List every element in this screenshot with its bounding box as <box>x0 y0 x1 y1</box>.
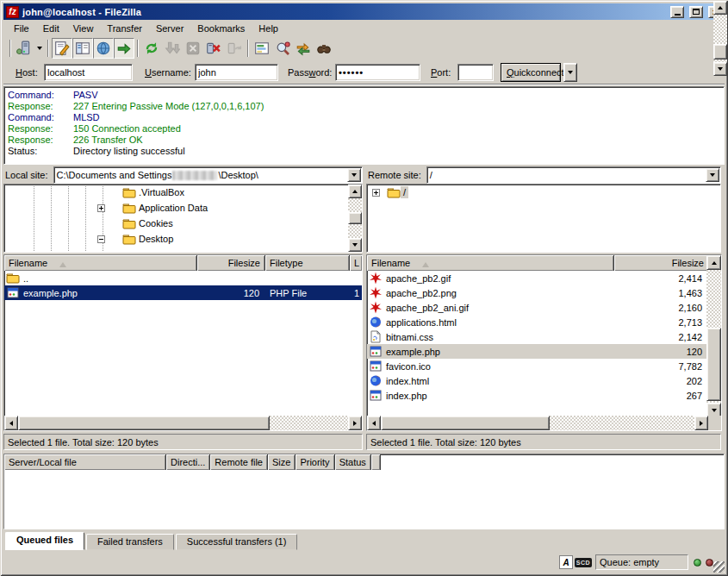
toggle-remote-tree-button[interactable] <box>93 38 114 59</box>
directory-listing-filters-button[interactable] <box>252 38 272 59</box>
menu-item[interactable]: File <box>7 21 36 36</box>
tree-item[interactable]: / <box>367 185 720 200</box>
toolbar-separator <box>9 40 11 57</box>
tree-expander[interactable] <box>97 235 105 243</box>
file-name: bitnami.css <box>386 332 433 342</box>
menu-item[interactable]: Help <box>252 21 285 36</box>
toggle-local-tree-button[interactable] <box>72 38 93 59</box>
process-queue-button[interactable] <box>162 38 183 59</box>
scroll-down-button[interactable] <box>348 238 362 252</box>
menu-item[interactable]: Transfer <box>100 21 149 36</box>
maximize-button[interactable] <box>689 6 703 18</box>
site-manager-dropdown-button[interactable] <box>34 39 45 58</box>
local-tree-scrollbar[interactable] <box>348 185 362 252</box>
file-row[interactable]: example.php 120 PHP File 1 <box>4 285 362 300</box>
tree-expander[interactable] <box>97 204 105 212</box>
scroll-down-button[interactable] <box>713 62 727 76</box>
remote-site-dropdown-button[interactable] <box>706 168 719 182</box>
column-header-filesize[interactable]: Filesize <box>197 255 265 271</box>
file-row[interactable]: applications.html 2,713 <box>367 315 708 329</box>
remote-directory-tree: / <box>366 184 721 253</box>
quickconnect-button[interactable]: Quickconnect <box>501 63 561 82</box>
host-input[interactable] <box>44 64 133 81</box>
scroll-thumb[interactable] <box>713 44 727 59</box>
column-header-filetype[interactable]: Filetype <box>265 255 350 271</box>
port-input[interactable] <box>457 64 494 81</box>
password-input[interactable] <box>335 64 420 81</box>
local-site-combo[interactable]: C:\Documents and Settings\Desktop\ <box>53 166 363 184</box>
toggle-message-log-button[interactable] <box>52 38 72 59</box>
column-header-filesize[interactable]: Filesize <box>614 255 708 271</box>
resize-grip[interactable] <box>713 561 725 573</box>
file-row[interactable]: .. <box>4 271 362 285</box>
minimize-button[interactable] <box>670 6 684 18</box>
file-size: 7,782 <box>614 361 708 372</box>
file-row[interactable]: example.php 120 <box>367 344 708 359</box>
reconnect-button[interactable] <box>224 38 245 59</box>
column-header-filename[interactable]: Filename <box>367 255 614 271</box>
scroll-up-button[interactable] <box>713 1 727 15</box>
column-header-filename[interactable]: Filename <box>4 255 197 271</box>
scroll-thumb[interactable] <box>381 416 550 430</box>
toggle-transfer-queue-button[interactable] <box>114 38 134 59</box>
queue-tab[interactable]: Failed transfers <box>86 534 174 550</box>
queue-tab[interactable]: Queued files <box>5 532 84 550</box>
file-row[interactable]: index.html 202 <box>367 373 708 388</box>
quickconnect-dropdown-button[interactable] <box>563 63 577 82</box>
tree-expander[interactable] <box>372 189 380 197</box>
file-row[interactable]: apache_pb2_ani.gif 2,160 <box>367 300 708 315</box>
local-list-hscrollbar[interactable] <box>4 416 362 430</box>
synchronized-browsing-button[interactable] <box>293 38 314 59</box>
local-site-dropdown-button[interactable] <box>347 168 361 182</box>
speed-limits-icon[interactable]: SCD <box>575 558 592 567</box>
log-line-text: Directory listing successful <box>73 146 185 157</box>
tree-item[interactable]: Desktop <box>4 231 362 247</box>
queue-column-header[interactable]: Directi... <box>166 454 210 470</box>
queue-column-header[interactable]: Size <box>268 454 296 470</box>
menu-item[interactable]: View <box>66 21 101 36</box>
queue-column-header[interactable]: Priority <box>296 454 334 470</box>
site-manager-button[interactable] <box>14 38 34 59</box>
directory-comparison-button[interactable] <box>272 38 293 59</box>
refresh-button[interactable] <box>141 38 162 59</box>
tree-item[interactable]: Cookies <box>4 216 362 231</box>
file-row[interactable]: bitnami.css 2,142 <box>367 329 708 344</box>
scroll-thumb[interactable] <box>706 328 721 401</box>
log-line-type: Response: <box>8 101 73 112</box>
scroll-left-button[interactable] <box>4 416 18 430</box>
tree-item-label: Desktop <box>136 233 176 245</box>
remote-list-vscrollbar[interactable] <box>706 255 721 417</box>
queue-column-header[interactable]: Server/Local file <box>4 454 166 470</box>
scroll-up-button[interactable] <box>348 185 362 198</box>
queue-column-header[interactable] <box>371 454 381 470</box>
file-row[interactable]: apache_pb2.png 1,463 <box>367 285 708 300</box>
menu-item[interactable]: Bookmarks <box>190 21 252 36</box>
username-input[interactable] <box>195 64 278 81</box>
tree-item[interactable]: Application Data <box>4 200 362 216</box>
remote-site-combo[interactable]: / <box>426 166 721 184</box>
queue-column-header[interactable]: Remote file <box>210 454 268 470</box>
remote-list-hscrollbar[interactable] <box>367 416 708 430</box>
queue-column-header[interactable]: Status <box>335 454 371 470</box>
file-row[interactable]: favicon.ico 7,782 <box>367 359 708 373</box>
tree-item[interactable]: .VirtualBox <box>4 185 362 200</box>
scroll-left-button[interactable] <box>367 416 381 430</box>
cancel-operation-button[interactable] <box>183 38 203 59</box>
menu-item[interactable]: Server <box>149 21 190 36</box>
queue-tab[interactable]: Successful transfers (1) <box>176 534 298 550</box>
file-icon <box>369 345 383 358</box>
find-files-button[interactable] <box>314 38 334 59</box>
scroll-right-button[interactable] <box>348 416 362 430</box>
remote-status-text: Selected 1 file. Total size: 120 bytes <box>370 437 521 448</box>
file-name: index.html <box>386 376 429 386</box>
scroll-thumb[interactable] <box>348 212 362 224</box>
scroll-up-button[interactable] <box>706 255 721 270</box>
column-header-lastmodified[interactable]: L <box>350 255 362 271</box>
disconnect-button[interactable] <box>203 38 224 59</box>
log-scrollbar[interactable] <box>713 1 727 76</box>
file-row[interactable]: apache_pb2.gif 2,414 <box>367 271 708 285</box>
menu-item[interactable]: Edit <box>36 21 66 36</box>
file-row[interactable]: index.php 267 <box>367 388 708 403</box>
scroll-thumb[interactable] <box>18 416 270 430</box>
scroll-right-button[interactable] <box>694 416 708 430</box>
